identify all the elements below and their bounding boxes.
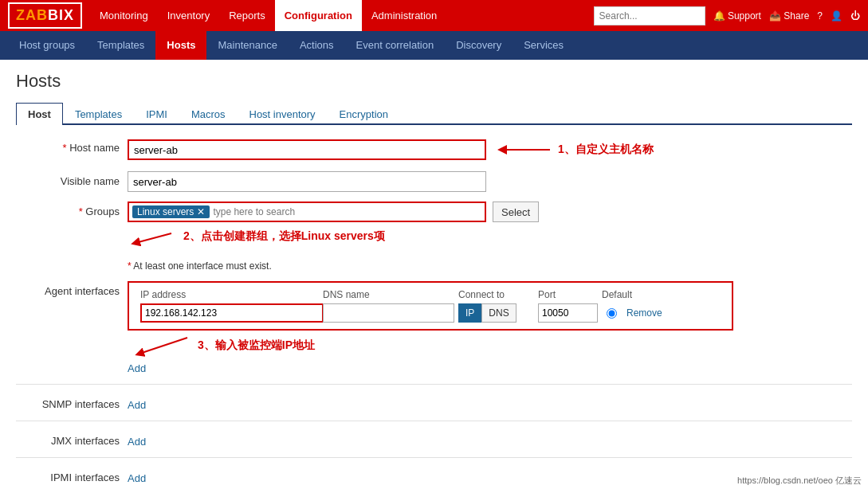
col-default-label: Default <box>602 289 658 300</box>
groups-label: Groups <box>16 202 120 217</box>
watermark: https://blog.csdn.net/oeo 亿速云 <box>737 475 862 487</box>
arrow-1-icon <box>494 138 558 162</box>
host-name-row: Host name 1、自定义主机名称 <box>16 138 852 162</box>
interface-header: IP address DNS name Connect to Port Defa… <box>136 289 725 300</box>
groups-input-wrapper[interactable]: Linux servers ✕ <box>128 202 486 222</box>
nav-administration[interactable]: Administration <box>362 0 446 31</box>
support-link[interactable]: 🔔 Support <box>713 10 761 22</box>
annotation-2: 2、点击创建群组，选择Linux servers项 <box>183 229 385 244</box>
snmp-interfaces-row: SNMP interfaces Add <box>16 384 852 411</box>
ip-address-input[interactable] <box>140 303 324 323</box>
dns-name-input[interactable] <box>323 303 454 323</box>
must-exist-message: At least one interface must exist. <box>128 260 272 272</box>
help-link[interactable]: ? <box>817 10 823 22</box>
subnav-actions[interactable]: Actions <box>289 31 345 60</box>
svg-line-1 <box>136 233 171 243</box>
col-connect-label: Connect to <box>458 289 538 300</box>
nav-reports[interactable]: Reports <box>219 0 275 31</box>
default-radio[interactable] <box>607 308 617 319</box>
remove-interface-link[interactable]: Remove <box>626 307 662 319</box>
select-button[interactable]: Select <box>493 202 539 222</box>
user-link[interactable]: 👤 <box>831 10 842 22</box>
ipmi-interfaces-row: IPMI interfaces Add <box>16 457 852 484</box>
groups-row: Groups Linux servers ✕ Select <box>16 202 852 248</box>
tab-macros[interactable]: Macros <box>179 103 238 125</box>
add-jmx-link[interactable]: Add <box>128 436 146 448</box>
host-form: Host name 1、自定义主机名称 Visible name Groups <box>16 138 852 484</box>
annotation-1: 1、自定义主机名称 <box>558 143 654 157</box>
top-nav-links: Monitoring Inventory Reports Configurati… <box>90 0 594 31</box>
must-exist-row: At least one interface must exist. <box>16 257 852 272</box>
tab-host[interactable]: Host <box>16 103 63 125</box>
connect-dns-button[interactable]: DNS <box>481 303 516 323</box>
top-right-links: 🔔 Support 📤 Share ? 👤 ⏻ <box>713 10 860 22</box>
connect-buttons: IP DNS <box>458 303 538 323</box>
search-area <box>594 6 705 25</box>
col-ip-label: IP address <box>136 289 323 300</box>
search-input[interactable] <box>594 6 705 25</box>
arrow-2-icon <box>128 225 175 248</box>
agent-interface-block: IP address DNS name Connect to Port Defa… <box>128 281 733 331</box>
share-link[interactable]: 📤 Share <box>769 10 809 22</box>
connect-ip-button[interactable]: IP <box>458 303 481 323</box>
tab-bar: Host Templates IPMI Macros Host inventor… <box>16 103 852 125</box>
top-navigation: ZABBIX Monitoring Inventory Reports Conf… <box>0 0 868 31</box>
subnav-host-groups[interactable]: Host groups <box>8 31 86 60</box>
col-port-label: Port <box>538 289 602 300</box>
visible-name-input[interactable] <box>128 171 486 192</box>
host-name-label: Host name <box>16 138 120 154</box>
host-name-input[interactable] <box>128 139 486 160</box>
subnav-event-correlation[interactable]: Event correlation <box>345 31 446 60</box>
subnav-discovery[interactable]: Discovery <box>445 31 513 60</box>
subnav-hosts[interactable]: Hosts <box>155 31 206 60</box>
logout-link[interactable]: ⏻ <box>850 10 860 22</box>
visible-name-label: Visible name <box>16 171 120 187</box>
tab-encryption[interactable]: Encryption <box>328 103 400 125</box>
arrow-3-icon <box>128 334 191 358</box>
col-dns-label: DNS name <box>323 289 458 300</box>
subnav-maintenance[interactable]: Maintenance <box>206 31 288 60</box>
agent-interfaces-label: Agent interfaces <box>16 281 120 297</box>
remove-tag-button[interactable]: ✕ <box>197 206 205 217</box>
add-ipmi-link[interactable]: Add <box>128 472 146 484</box>
interface-data-row: IP DNS Remove <box>136 303 725 323</box>
tab-templates[interactable]: Templates <box>63 103 134 125</box>
add-snmp-link[interactable]: Add <box>128 399 146 411</box>
groups-tag-linux: Linux servers ✕ <box>132 205 210 218</box>
svg-line-2 <box>139 338 187 354</box>
nav-monitoring[interactable]: Monitoring <box>90 0 158 31</box>
tab-host-inventory[interactable]: Host inventory <box>238 103 328 125</box>
jmx-interfaces-row: JMX interfaces Add <box>16 421 852 448</box>
tab-ipmi[interactable]: IPMI <box>134 103 179 125</box>
nav-configuration[interactable]: Configuration <box>275 0 362 31</box>
groups-search-input[interactable] <box>213 206 332 217</box>
jmx-label: JMX interfaces <box>16 431 120 447</box>
logo[interactable]: ZABBIX <box>8 2 82 29</box>
agent-interfaces-row: Agent interfaces IP address DNS name Con… <box>16 281 852 374</box>
page-content: Hosts Host Templates IPMI Macros Host in… <box>0 60 868 493</box>
subnav-templates[interactable]: Templates <box>86 31 155 60</box>
annotation-3: 3、输入被监控端IP地址 <box>198 338 315 353</box>
add-agent-interface-link[interactable]: Add <box>128 362 146 374</box>
sub-navigation: Host groups Templates Hosts Maintenance … <box>0 31 868 60</box>
port-input[interactable] <box>538 303 598 323</box>
subnav-services[interactable]: Services <box>513 31 575 60</box>
ipmi-label: IPMI interfaces <box>16 468 120 483</box>
visible-name-row: Visible name <box>16 171 852 192</box>
nav-inventory[interactable]: Inventory <box>158 0 219 31</box>
snmp-label: SNMP interfaces <box>16 394 120 410</box>
page-title: Hosts <box>16 71 852 92</box>
